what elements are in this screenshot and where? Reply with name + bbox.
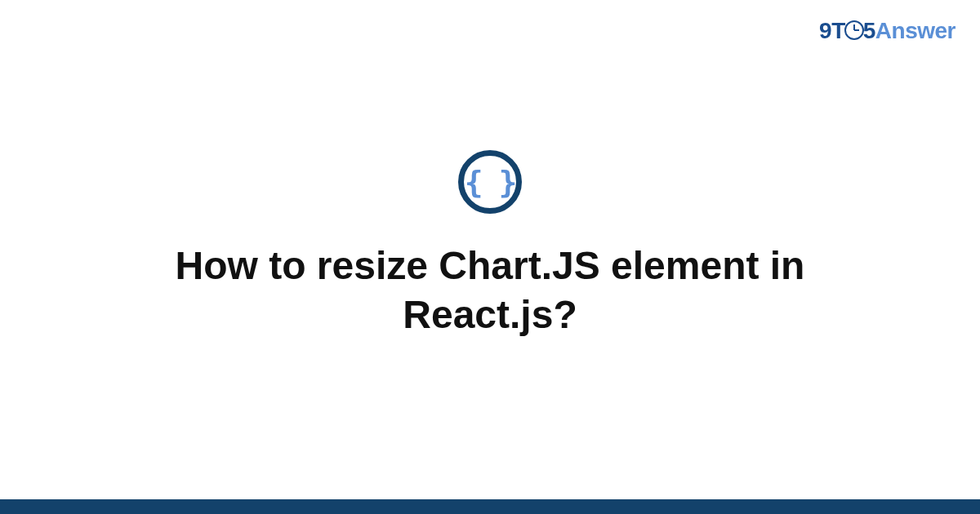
question-title: How to resize Chart.JS element in React.…: [90, 241, 890, 339]
braces-glyph: { }: [465, 164, 516, 200]
main-content: { } How to resize Chart.JS element in Re…: [0, 0, 980, 514]
code-braces-icon: { }: [458, 150, 522, 214]
footer-accent-bar: [0, 499, 980, 514]
